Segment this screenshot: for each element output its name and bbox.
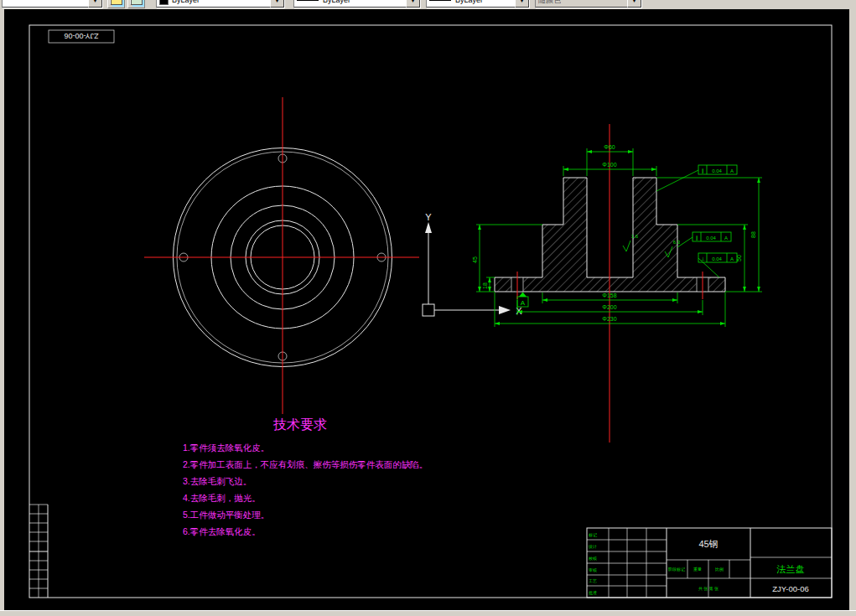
- object-properties-toolbar: ▾ ByLayer ▾ ByLayer ▾ ByLayer ▾ 随颜色 ▾: [0, 0, 856, 9]
- tolerance-frame-3: ⊥ 0.04 A: [698, 253, 737, 277]
- title-block-row-label: 审核: [589, 567, 597, 572]
- chevron-down-icon[interactable]: ▾: [270, 0, 284, 8]
- datum-label: A: [521, 299, 526, 307]
- drawing-canvas[interactable]: ZJY-00-06 Y X: [4, 9, 849, 610]
- linetype-control[interactable]: ByLayer ▾: [293, 0, 421, 8]
- layer-combo[interactable]: ▾: [2, 0, 103, 8]
- tolerance-datum: A: [730, 256, 734, 261]
- roughness-value: 6.3: [673, 240, 681, 245]
- weight-label: 重量: [693, 567, 702, 572]
- tolerance-symbol: ∥: [696, 236, 698, 241]
- linetype-sample: [297, 0, 319, 1]
- lineweight-value: ByLayer: [455, 0, 483, 4]
- color-value: ByLayer: [172, 0, 200, 4]
- title-block-row-label: 设计: [588, 544, 597, 549]
- title-block-row-label: 工艺: [589, 578, 597, 583]
- dim-label-bolt-circle: Φ200: [602, 304, 616, 310]
- title-block-row-label: 批准: [589, 590, 597, 596]
- ucs-y-label: Y: [425, 212, 432, 222]
- dim-label-base-left: 45: [472, 256, 478, 263]
- dim-label-height-total: 88: [750, 231, 756, 238]
- title-block-row-label: 校核: [588, 556, 597, 561]
- tech-requirements-title: 技术要求: [272, 417, 327, 432]
- tolerance-value: 0.04: [706, 236, 716, 241]
- tolerance-value: 0.04: [712, 168, 722, 173]
- color-control[interactable]: ByLayer ▾: [156, 0, 285, 8]
- material-label: 45钢: [698, 539, 718, 549]
- dim-label-outer: Φ230: [602, 316, 616, 322]
- lineweight-sample: [429, 0, 451, 1]
- tech-item-4: 4.去除毛刺，抛光。: [183, 493, 261, 503]
- layer-properties-button[interactable]: [107, 0, 125, 8]
- chevron-down-icon: ▾: [627, 0, 641, 8]
- make-layer-current-button[interactable]: [127, 0, 145, 8]
- color-swatch: [159, 0, 169, 5]
- part-name: 法兰盘: [776, 564, 805, 574]
- tech-item-2: 2.零件加工表面上，不应有划痕、擦伤等损伤零件表面的缺陷。: [183, 459, 428, 469]
- lineweight-control[interactable]: ByLayer ▾: [426, 0, 530, 8]
- tolerance-symbol: ∥: [702, 168, 704, 174]
- sheet-border: [29, 25, 832, 598]
- stage-mark-label: 阶段标记: [668, 567, 685, 572]
- dim-label-hub: Φ100: [602, 162, 616, 168]
- layers-icon: [111, 0, 122, 5]
- dim-label-bore: Φ60: [604, 144, 615, 150]
- title-block: 标记 设计 校核 审核 工艺 批准 45钢 阶段标记 重量 比例 共 张 第 张…: [587, 528, 832, 598]
- front-view: [144, 97, 419, 414]
- tech-item-5: 5.工件做动平衡处理。: [183, 510, 269, 520]
- tolerance-frame-1: ∥ 0.04 A: [656, 165, 737, 191]
- tolerance-datum: A: [724, 236, 728, 241]
- plotstyle-value: 随颜色: [538, 0, 561, 6]
- layer-current-icon: [131, 0, 143, 5]
- scale-label: 比例: [715, 567, 724, 572]
- ucs-origin-box: [423, 304, 434, 316]
- tolerance-datum: A: [730, 168, 734, 173]
- dim-label-step: Φ158: [602, 292, 616, 298]
- corner-drawing-number-text: ZJY-00-06: [64, 32, 98, 40]
- status-strip: [0, 610, 856, 616]
- datum-flag: A: [517, 292, 528, 308]
- cad-drawing: ZJY-00-06 Y X: [4, 9, 849, 610]
- tech-item-6: 6.零件去除氧化皮。: [183, 526, 261, 536]
- left-border-tables: [29, 505, 48, 598]
- tech-item-1: 1.零件须去除氧化皮。: [183, 443, 269, 453]
- ucs-x-label: X: [516, 306, 522, 316]
- technical-requirements: 技术要求 1.零件须去除氧化皮。 2.零件加工表面上，不应有划痕、擦伤等损伤零件…: [183, 417, 428, 536]
- chevron-down-icon[interactable]: ▾: [88, 0, 102, 8]
- ucs-y-arrow: [425, 222, 432, 233]
- chevron-down-icon[interactable]: ▾: [406, 0, 420, 8]
- ucs-icon: Y X: [423, 212, 522, 316]
- tolerance-frame-2: ∥ 0.04 A: [677, 232, 731, 247]
- ucs-x-arrow: [499, 306, 511, 314]
- corner-drawing-number: ZJY-00-06: [49, 30, 114, 43]
- plotstyle-control[interactable]: 随颜色 ▾: [535, 0, 642, 8]
- tolerance-value: 0.04: [712, 256, 722, 261]
- tech-item-3: 3.去除毛刺飞边。: [183, 476, 252, 486]
- dim-label-base-thickness: 18: [482, 282, 488, 289]
- section-view: Φ60 Φ100 Φ158 Φ200 Φ230 45: [472, 124, 762, 443]
- roughness-value: 1.6: [631, 234, 639, 239]
- linetype-value: ByLayer: [323, 0, 350, 4]
- drawing-number: ZJY-00-06: [772, 584, 808, 593]
- chevron-down-icon[interactable]: ▾: [515, 0, 529, 8]
- title-block-row-label: 标记: [588, 532, 597, 538]
- sheet-info-label: 共 张 第 张: [698, 586, 719, 592]
- tolerance-symbol: ⊥: [700, 256, 704, 261]
